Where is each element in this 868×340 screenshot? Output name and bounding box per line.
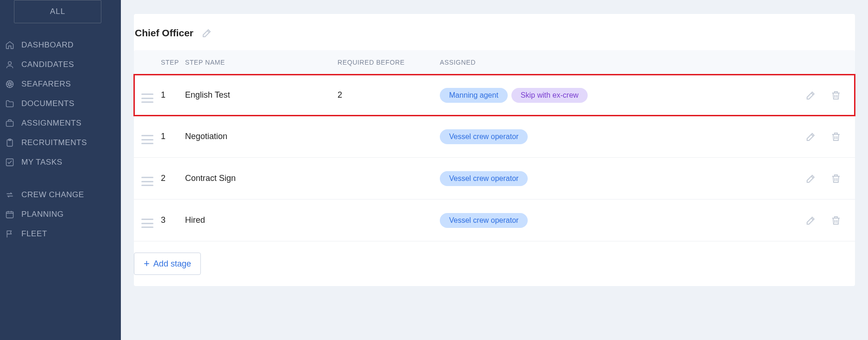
edit-title-button[interactable]	[201, 27, 213, 39]
svg-rect-7	[7, 212, 13, 218]
sidebar-item-label: DASHBOARD	[21, 40, 73, 50]
table-row: 1English Test2Manning agentSkip with ex-…	[134, 74, 855, 116]
assigned-badge: Vessel crew operator	[440, 129, 528, 144]
sidebar-item-label: SEAFARERS	[21, 80, 71, 89]
assigned-cell: Vessel crew operator	[440, 129, 796, 144]
step-number: 3	[161, 215, 185, 225]
clipboard-icon	[5, 138, 15, 148]
step-name: Negotiation	[185, 132, 338, 141]
sidebar-item-documents[interactable]: DOCUMENTS	[0, 94, 121, 113]
assigned-cell: Vessel crew operator	[440, 171, 796, 186]
edit-icon	[805, 90, 816, 101]
col-required: REQUIRED BEFORE	[338, 59, 440, 66]
delete-row-button[interactable]	[830, 89, 842, 101]
edit-row-button[interactable]	[805, 173, 817, 185]
edit-icon	[805, 215, 816, 226]
svg-rect-3	[7, 121, 13, 127]
assigned-badge: Skip with ex-crew	[511, 88, 588, 103]
sidebar: ALL DASHBOARD CANDIDATES SEAFARERS DOCUM…	[0, 0, 121, 340]
trash-icon	[830, 90, 841, 101]
add-stage-label: Add stage	[153, 259, 191, 269]
table-header: STEP STEP NAME REQUIRED BEFORE ASSIGNED	[134, 50, 855, 74]
case-icon	[5, 118, 15, 128]
trash-icon	[830, 131, 841, 142]
delete-row-button[interactable]	[830, 214, 842, 227]
sidebar-item-dashboard[interactable]: DASHBOARD	[0, 35, 121, 55]
required-before: 2	[338, 90, 440, 100]
edit-icon	[805, 173, 816, 184]
sidebar-item-label: ASSIGNMENTS	[21, 119, 81, 128]
edit-row-button[interactable]	[805, 131, 817, 143]
wheel-icon	[5, 79, 15, 89]
col-step: STEP	[161, 59, 185, 66]
step-number: 1	[161, 90, 185, 100]
assigned-badge: Vessel crew operator	[440, 171, 528, 186]
step-name: English Test	[185, 90, 338, 100]
card-header: Chief Officer	[134, 27, 855, 50]
delete-row-button[interactable]	[830, 131, 842, 143]
assigned-badge: Manning agent	[440, 88, 508, 103]
drag-handle[interactable]	[141, 219, 153, 228]
sidebar-item-crew-change[interactable]: CREW CHANGE	[0, 185, 121, 205]
table-row: 2Contract SignVessel crew operator	[134, 158, 855, 200]
stages-table: STEP STEP NAME REQUIRED BEFORE ASSIGNED …	[134, 50, 855, 241]
edit-icon	[805, 131, 816, 142]
nav-divider	[0, 172, 121, 185]
sidebar-item-assignments[interactable]: ASSIGNMENTS	[0, 113, 121, 133]
assigned-badge: Vessel crew operator	[440, 213, 528, 228]
sidebar-item-my-tasks[interactable]: MY TASKS	[0, 153, 121, 172]
delete-row-button[interactable]	[830, 173, 842, 185]
sidebar-item-planning[interactable]: PLANNING	[0, 205, 121, 224]
svg-point-0	[8, 61, 12, 65]
col-name: STEP NAME	[185, 59, 338, 66]
main-content: Chief Officer STEP STEP NAME REQUIRED BE…	[121, 0, 868, 340]
user-icon	[5, 60, 15, 70]
drag-handle[interactable]	[141, 135, 153, 144]
calendar-icon	[5, 209, 15, 220]
trash-icon	[830, 173, 841, 184]
edit-row-button[interactable]	[805, 89, 817, 101]
flag-icon	[5, 229, 15, 239]
exchange-icon	[5, 190, 15, 200]
sidebar-item-label: RECRUITMENTS	[21, 138, 87, 147]
sidebar-item-label: CANDIDATES	[21, 60, 74, 69]
sidebar-item-label: CREW CHANGE	[21, 190, 84, 200]
sidebar-item-label: FLEET	[21, 229, 47, 239]
edit-row-button[interactable]	[805, 214, 817, 227]
table-body: 1English Test2Manning agentSkip with ex-…	[134, 74, 855, 241]
sidebar-item-label: MY TASKS	[21, 158, 62, 167]
step-name: Contract Sign	[185, 173, 338, 183]
edit-icon	[201, 27, 212, 39]
stages-card: Chief Officer STEP STEP NAME REQUIRED BE…	[134, 14, 855, 286]
table-row: 3HiredVessel crew operator	[134, 200, 855, 241]
sidebar-item-label: PLANNING	[21, 210, 64, 219]
all-filter-button[interactable]: ALL	[14, 0, 101, 23]
sidebar-item-seafarers[interactable]: SEAFARERS	[0, 74, 121, 94]
page-title: Chief Officer	[135, 27, 193, 39]
svg-point-2	[9, 83, 11, 86]
home-icon	[5, 40, 15, 50]
sidebar-item-candidates[interactable]: CANDIDATES	[0, 55, 121, 74]
nav-list-top: DASHBOARD CANDIDATES SEAFARERS DOCUMENTS…	[0, 29, 121, 250]
drag-handle[interactable]	[141, 177, 153, 186]
table-row: 1NegotiationVessel crew operator	[134, 116, 855, 158]
trash-icon	[830, 215, 841, 226]
checkbox-icon	[5, 157, 15, 167]
drag-handle[interactable]	[141, 93, 153, 103]
step-number: 1	[161, 132, 185, 141]
col-assigned: ASSIGNED	[440, 59, 796, 66]
sidebar-item-label: DOCUMENTS	[21, 99, 74, 108]
plus-icon: +	[144, 259, 150, 269]
step-number: 2	[161, 173, 185, 183]
add-stage-button[interactable]: + Add stage	[134, 253, 201, 275]
sidebar-item-fleet[interactable]: FLEET	[0, 224, 121, 244]
assigned-cell: Vessel crew operator	[440, 213, 796, 228]
sidebar-item-recruitments[interactable]: RECRUITMENTS	[0, 133, 121, 153]
assigned-cell: Manning agentSkip with ex-crew	[440, 88, 796, 103]
folder-icon	[5, 99, 15, 109]
step-name: Hired	[185, 215, 338, 225]
